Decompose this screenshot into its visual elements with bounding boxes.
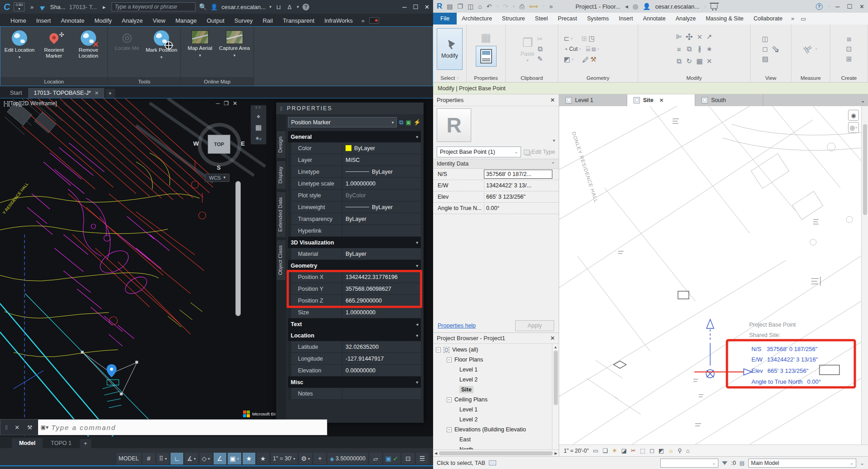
app-store-cart-icon[interactable] [275, 2, 282, 11]
steering-wheel-icon[interactable] [848, 110, 859, 121]
user-avatar-icon[interactable] [210, 2, 218, 11]
prop-row-elevation[interactable]: Elevation 0.00000000 [288, 365, 421, 376]
panel-label-view[interactable]: View [751, 73, 791, 82]
shadows-icon[interactable] [621, 447, 627, 454]
browser-item-ceiling-plans[interactable]: Ceiling Plans [433, 395, 559, 405]
select-objects-icon[interactable] [405, 119, 411, 126]
tab-annotate[interactable]: Annotate [56, 15, 89, 26]
wcs-menu[interactable]: WCS [205, 174, 229, 182]
panel-label-location[interactable]: Location [0, 77, 107, 86]
viewcube[interactable]: TOP W E S [195, 120, 244, 169]
design-options-select[interactable]: Main Model [748, 459, 856, 468]
vp-close-icon[interactable] [233, 100, 237, 107]
remove-location-button[interactable]: Remove Location [72, 29, 105, 59]
prop-row-lineweight[interactable]: Lineweight ByLayer [288, 201, 421, 213]
prop-row-linetype-scale[interactable]: Linetype scale 1.00000000 [288, 178, 421, 190]
visual-style-icon[interactable] [602, 447, 608, 454]
create-group-icon[interactable] [847, 35, 851, 43]
cut-clipboard-icon[interactable] [537, 35, 543, 43]
section-text[interactable]: Text [288, 318, 421, 330]
view-arrow-icon[interactable] [771, 43, 779, 55]
new-drawing-tab-button[interactable]: + [105, 89, 115, 98]
prop-row-size[interactable]: Size 1.00000000 [288, 307, 421, 318]
worksets-select[interactable] [660, 459, 718, 468]
section-general[interactable]: General [288, 131, 421, 142]
help-icon[interactable]: ? [302, 4, 309, 10]
browser-item-east[interactable]: East [433, 435, 559, 445]
autoscale-annotation-icon[interactable] [257, 453, 269, 464]
panel-label-tools[interactable]: Tools [108, 77, 180, 86]
cut-geometry-icon[interactable] [564, 45, 568, 53]
param-row-elev[interactable]: Elev 665' 3 123/256" [433, 191, 559, 203]
editable-only-icon[interactable] [740, 460, 745, 466]
mark-position-button[interactable]: Mark Position [145, 29, 178, 60]
annotation-monitor-icon[interactable] [313, 453, 326, 464]
browser-item-level2[interactable]: Level 2 [433, 375, 559, 385]
viewcube-west[interactable]: W [193, 140, 199, 147]
graphics-performance-icon[interactable] [383, 453, 400, 464]
apply-button[interactable]: Apply [515, 320, 554, 331]
matchline-icon[interactable] [762, 35, 768, 43]
tab-analyze[interactable]: Analyze [671, 13, 701, 24]
viewcube-top-face[interactable]: TOP [208, 135, 230, 154]
save-icon[interactable] [468, 3, 473, 10]
scroll-right-icon[interactable] [555, 451, 557, 455]
color-swatch[interactable] [346, 145, 351, 151]
command-history-icon[interactable] [41, 424, 49, 430]
wall-joins-icon[interactable] [581, 34, 587, 43]
close-browser-icon[interactable] [550, 335, 555, 342]
tab-annotate[interactable]: Annotate [638, 13, 671, 24]
edit-type-button[interactable]: Edit Type [524, 149, 555, 155]
customize-wrench-icon[interactable] [26, 423, 34, 432]
array-icon[interactable] [697, 57, 703, 65]
crop-region-icon[interactable] [640, 447, 645, 454]
tab-rail[interactable]: Rail [258, 15, 278, 26]
view-tab-list-icon[interactable] [858, 94, 868, 106]
panel-label-select[interactable]: Select [433, 73, 466, 82]
mirror-icon[interactable] [677, 57, 682, 65]
apply-coping-icon[interactable] [564, 55, 570, 64]
toggle-pickadd-icon[interactable] [399, 119, 403, 126]
browser-item-north[interactable]: North [433, 445, 559, 449]
panel-label-online-map[interactable]: Online Map [181, 77, 254, 86]
offset-icon[interactable] [677, 45, 681, 53]
prop-row-transparency[interactable]: Transparency ByLayer [288, 213, 421, 225]
angle-value-field[interactable]: 0.00° [484, 204, 552, 212]
tab-collaborate[interactable]: Collaborate [749, 13, 788, 24]
minimize-button[interactable] [402, 4, 406, 10]
override-graphics-icon[interactable] [762, 55, 768, 63]
close-drawing-icon[interactable] [94, 90, 98, 96]
trim-icon[interactable] [697, 33, 702, 41]
hide-elements-icon[interactable] [762, 45, 768, 53]
hide-crop-icon[interactable] [649, 447, 654, 454]
open-icon[interactable] [458, 3, 463, 10]
new-layout-button[interactable]: + [80, 439, 91, 448]
panel-label-geometry[interactable]: Geometry [558, 73, 638, 82]
home-3d-view-icon[interactable] [478, 3, 482, 10]
signed-in-user[interactable]: cesar.r.escalan... [221, 4, 266, 10]
prop-row-material[interactable]: Material ByLayer [288, 248, 421, 260]
user-caret-icon[interactable] [269, 5, 272, 9]
vp-minimize-icon[interactable] [216, 100, 220, 107]
tab-analyze[interactable]: Analyze [117, 15, 148, 26]
paste-icon[interactable] [522, 36, 533, 50]
reveal-hidden-icon[interactable] [668, 447, 673, 454]
section-location[interactable]: Location [288, 330, 421, 341]
object-snap-icon[interactable] [228, 453, 241, 464]
selection-filter-icon[interactable] [722, 461, 727, 465]
view-tab-south[interactable]: South [695, 94, 763, 106]
app-store-cart-icon[interactable] [711, 4, 717, 9]
type-properties-icon[interactable] [481, 31, 491, 44]
help-caret-icon[interactable] [828, 4, 830, 9]
viewcube-east[interactable]: E [241, 140, 245, 147]
prop-row-hyperlink[interactable]: Hyperlink [288, 225, 421, 237]
isodraft-icon[interactable] [200, 453, 212, 464]
properties-toggle-button[interactable] [476, 46, 497, 67]
prop-row-layer[interactable]: Layer MISC [288, 154, 421, 166]
browser-item-floor-plans[interactable]: Floor Plans [433, 355, 559, 365]
browser-item-ceiling-level2[interactable]: Level 2 [433, 415, 559, 425]
search-input[interactable] [112, 2, 195, 11]
view-scale-button[interactable]: 1" = 20'-0" [564, 448, 589, 454]
scale-icon[interactable] [707, 33, 712, 41]
prop-row-position-z[interactable]: Position Z 665.29000000 [288, 295, 421, 307]
